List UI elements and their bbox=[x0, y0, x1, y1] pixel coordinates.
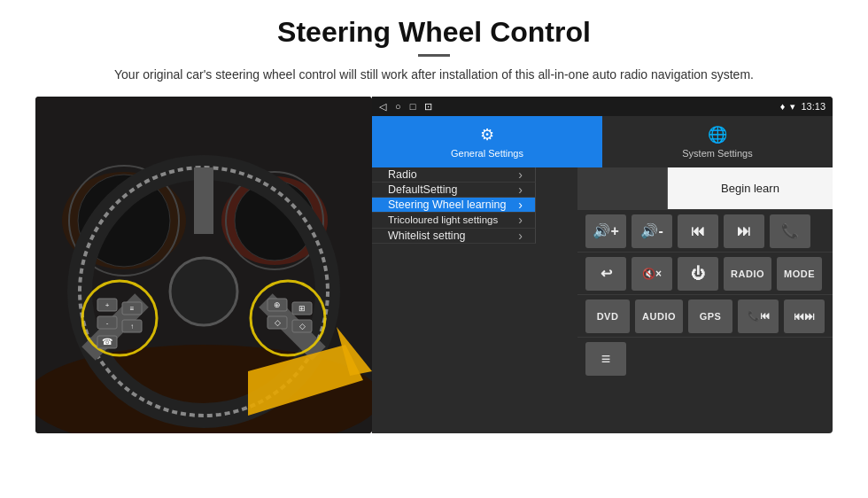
prev-track-button[interactable]: ⏮ bbox=[678, 214, 718, 248]
screenshot-icon[interactable]: ⊡ bbox=[424, 101, 432, 113]
chevron-icon: › bbox=[518, 213, 523, 228]
location-icon: ♦ bbox=[780, 101, 786, 112]
mode-button[interactable]: MODE bbox=[777, 257, 822, 291]
volume-up-button[interactable]: 🔊+ bbox=[585, 214, 626, 248]
svg-text:◇: ◇ bbox=[275, 318, 281, 327]
tab-system-settings[interactable]: 🌐 System Settings bbox=[602, 116, 833, 167]
prev-next-button[interactable]: ⏮⏭ bbox=[784, 300, 825, 333]
phone-button[interactable]: 📞 bbox=[770, 214, 810, 248]
svg-text:☎: ☎ bbox=[102, 337, 112, 346]
globe-icon: 🌐 bbox=[708, 125, 727, 144]
menu-controls-area: Radio › DefaultSetting › Steering Wheel … bbox=[372, 167, 833, 433]
status-bar: ◁ ○ □ ⊡ ♦ ▾ 13:13 bbox=[372, 97, 833, 116]
page-subtitle: Your original car's steering wheel contr… bbox=[35, 66, 833, 84]
controls-row-1: Begin learn bbox=[577, 167, 833, 210]
controls-row-3: ↩ 🔇× ⏻ RADIO MODE bbox=[577, 253, 833, 295]
controls-row-4: DVD AUDIO GPS 📞⏮ ⏮⏭ bbox=[577, 295, 833, 338]
menu-item-steering[interactable]: Steering Wheel learning › bbox=[372, 198, 536, 213]
svg-text:+: + bbox=[105, 301, 110, 309]
menu-steering-label: Steering Wheel learning bbox=[388, 198, 506, 211]
menu-radio-label: Radio bbox=[388, 168, 417, 181]
menu-item-default[interactable]: DefaultSetting › bbox=[372, 183, 536, 198]
menu-item-whitelist[interactable]: Whitelist setting › bbox=[372, 229, 536, 244]
tab-system-label: System Settings bbox=[682, 148, 752, 159]
chevron-icon: › bbox=[518, 183, 523, 197]
list-icon-button[interactable]: ≡ bbox=[585, 342, 626, 376]
mute-button[interactable]: 🔇× bbox=[632, 257, 672, 291]
android-panel: ◁ ○ □ ⊡ ♦ ▾ 13:13 ⚙ General Settings bbox=[372, 97, 833, 433]
next-track-button[interactable]: ⏭ bbox=[724, 214, 764, 248]
title-divider bbox=[418, 54, 450, 57]
svg-text:≡: ≡ bbox=[130, 305, 135, 313]
status-nav-icons: ◁ ○ □ ⊡ bbox=[379, 101, 432, 113]
chevron-icon: › bbox=[518, 229, 523, 243]
svg-text:⊞: ⊞ bbox=[298, 304, 306, 313]
recent-icon[interactable]: □ bbox=[410, 101, 416, 112]
begin-learn-button[interactable]: Begin learn bbox=[668, 167, 833, 209]
gear-icon: ⚙ bbox=[480, 125, 494, 144]
tab-general-settings[interactable]: ⚙ General Settings bbox=[372, 116, 602, 167]
menu-tricoloured-label: Tricoloured light settings bbox=[388, 214, 498, 227]
chevron-icon: › bbox=[518, 167, 523, 182]
svg-text:↑: ↑ bbox=[130, 323, 134, 331]
volume-down-button[interactable]: 🔊- bbox=[632, 214, 672, 248]
power-button[interactable]: ⏻ bbox=[678, 257, 718, 291]
gps-button[interactable]: GPS bbox=[688, 300, 732, 333]
chevron-icon: › bbox=[518, 198, 523, 212]
audio-button[interactable]: AUDIO bbox=[635, 300, 683, 333]
menu-whitelist-label: Whitelist setting bbox=[388, 230, 466, 242]
tel-prev-button[interactable]: 📞⏮ bbox=[738, 300, 779, 333]
home-icon[interactable]: ○ bbox=[395, 101, 401, 112]
clock: 13:13 bbox=[801, 101, 825, 112]
svg-point-13 bbox=[170, 258, 237, 325]
svg-text:-: - bbox=[106, 319, 109, 327]
hangup-button[interactable]: ↩ bbox=[585, 257, 626, 291]
controls-panel: Begin learn 🔊+ 🔊- ⏮ ⏭ 📞 ↩ 🔇× ⏻ bbox=[577, 167, 833, 433]
controls-row-5: ≡ bbox=[577, 338, 833, 380]
svg-text:◇: ◇ bbox=[299, 322, 306, 331]
menu-item-tricoloured[interactable]: Tricoloured light settings › bbox=[372, 213, 536, 229]
controls-row-2: 🔊+ 🔊- ⏮ ⏭ 📞 bbox=[577, 210, 833, 253]
dvd-button[interactable]: DVD bbox=[585, 300, 630, 333]
menu-default-label: DefaultSetting bbox=[388, 183, 458, 196]
radio-button[interactable]: RADIO bbox=[724, 257, 771, 291]
content-area: + - ☎ ≡ ↑ ⊕ ◇ ⊞ ◇ bbox=[35, 97, 833, 433]
svg-text:⊕: ⊕ bbox=[274, 300, 281, 309]
blank-area bbox=[577, 167, 668, 209]
menu-item-radio[interactable]: Radio › bbox=[372, 167, 536, 183]
tab-general-label: General Settings bbox=[451, 148, 523, 159]
page: Steering Wheel Control Your original car… bbox=[0, 0, 868, 442]
status-right: ♦ ▾ 13:13 bbox=[780, 101, 825, 113]
steering-wheel-image: + - ☎ ≡ ↑ ⊕ ◇ ⊞ ◇ bbox=[35, 97, 372, 433]
menu-list: Radio › DefaultSetting › Steering Wheel … bbox=[372, 167, 577, 433]
tab-bar: ⚙ General Settings 🌐 System Settings bbox=[372, 116, 833, 167]
back-icon[interactable]: ◁ bbox=[379, 101, 386, 113]
page-title: Steering Wheel Control bbox=[35, 16, 833, 49]
signal-icon: ▾ bbox=[790, 101, 795, 113]
